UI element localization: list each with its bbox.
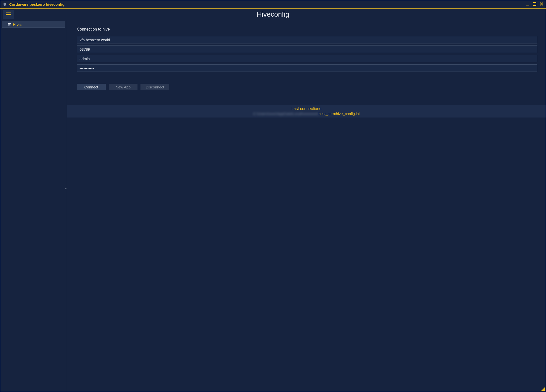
username-input[interactable] bbox=[77, 55, 537, 62]
window-title: Cordaware bestzero hiveconfig bbox=[9, 2, 65, 6]
app-icon bbox=[2, 2, 7, 7]
sidebar: Hives bbox=[0, 20, 67, 392]
disconnect-button[interactable]: Disconnect bbox=[140, 84, 169, 90]
last-connections-panel: Last connections C:\Users\xxxx\AppData\L… bbox=[67, 105, 546, 118]
last-connection-item[interactable]: C:\Users\xxxx\AppData\Local\xxxxxxxx\bes… bbox=[253, 112, 360, 116]
form-heading: Connection to hive bbox=[77, 27, 537, 32]
last-connection-path-obscured: C:\Users\xxxx\AppData\Local\xxxxxxxx\ bbox=[253, 112, 318, 116]
menu-button[interactable] bbox=[3, 10, 14, 19]
close-icon[interactable] bbox=[539, 2, 544, 7]
minimize-icon[interactable]: _ bbox=[525, 0, 530, 6]
page-title: Hiveconfig bbox=[257, 10, 289, 18]
app-window: Cordaware bestzero hiveconfig _ Hiveconf… bbox=[0, 0, 546, 392]
maximize-icon[interactable] bbox=[532, 2, 537, 7]
connect-button[interactable]: Connect bbox=[77, 84, 106, 90]
last-connection-path-visible: best_zero\hive_config.ini bbox=[318, 112, 360, 116]
app-header: Hiveconfig bbox=[0, 9, 546, 20]
main-panel: Connection to hive Connect New App Disco… bbox=[67, 20, 546, 392]
titlebar: Cordaware bestzero hiveconfig _ bbox=[0, 0, 546, 9]
last-connections-title: Last connections bbox=[67, 107, 546, 111]
host-input[interactable] bbox=[77, 36, 537, 43]
cube-icon bbox=[7, 22, 11, 26]
resize-grip-icon[interactable] bbox=[541, 387, 545, 391]
new-app-button[interactable]: New App bbox=[109, 84, 137, 90]
svg-rect-0 bbox=[533, 2, 536, 5]
password-input[interactable] bbox=[77, 64, 537, 72]
sidebar-item-label: Hives bbox=[13, 22, 22, 27]
port-input[interactable] bbox=[77, 45, 537, 53]
body: Hives ○ Connection to hive Connect New A… bbox=[0, 20, 546, 392]
sidebar-item-hives[interactable]: Hives bbox=[2, 21, 65, 28]
